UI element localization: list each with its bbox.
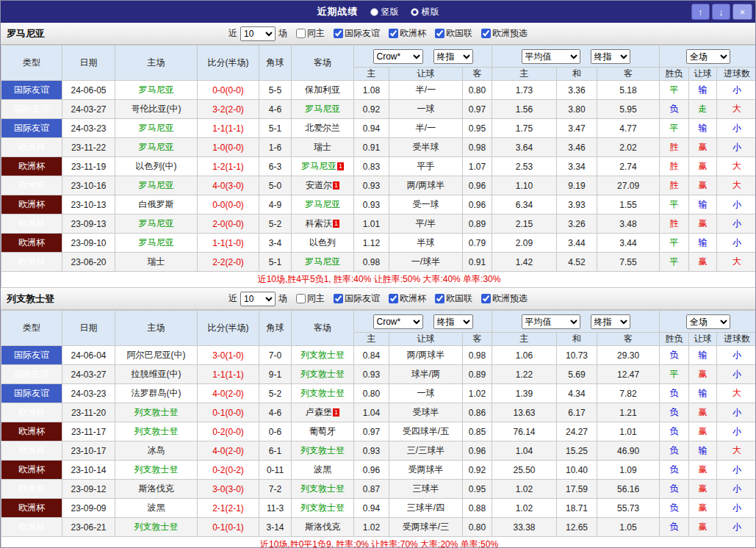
home-team-cell: 瑞士 bbox=[115, 253, 198, 272]
layout-radio-horizontal[interactable]: 横版 bbox=[411, 6, 439, 18]
odds-company-select[interactable]: Crow* bbox=[373, 49, 423, 64]
avg-away-cell: 1.01 bbox=[597, 422, 660, 441]
avg-draw-cell: 3.44 bbox=[557, 234, 597, 253]
league-checkbox[interactable] bbox=[334, 294, 343, 303]
avg-draw-cell: 5.69 bbox=[557, 365, 597, 384]
match-type-cell: 欧洲杯 bbox=[1, 195, 62, 214]
fulltime-select[interactable]: 全场 bbox=[686, 49, 730, 64]
odds-away-cell: 0.97 bbox=[463, 100, 492, 119]
handicap-result-cell: 赢 bbox=[689, 461, 717, 480]
col-odds-home: 主 bbox=[354, 68, 389, 81]
avg-final-odds-select[interactable]: 终指 bbox=[591, 314, 630, 329]
league-filter-qualifier[interactable]: 欧洲预选 bbox=[481, 27, 528, 40]
match-date-cell: 24-03-23 bbox=[62, 119, 115, 138]
league-checkbox[interactable] bbox=[481, 294, 491, 303]
col-handicap-result: 让球 bbox=[689, 68, 717, 81]
fulltime-select[interactable]: 全场 bbox=[686, 314, 730, 329]
handicap-cell: 受两球半 bbox=[389, 461, 463, 480]
league-filter-eurocup[interactable]: 欧洲杯 bbox=[389, 292, 426, 305]
radio-icon[interactable] bbox=[370, 8, 378, 16]
corner-cell: 1-6 bbox=[259, 138, 292, 157]
league-checkbox[interactable] bbox=[481, 29, 491, 38]
col-handicap: 让球 bbox=[389, 333, 463, 346]
match-row: 国际友谊24-06-04阿尔巴尼亚(中)3-0(1-0)7-0列支敦士登0.84… bbox=[1, 346, 756, 365]
away-team-cell: 列支敦士登 bbox=[292, 365, 354, 384]
col-result: 胜负 bbox=[660, 333, 689, 346]
avg-home-cell: 1.42 bbox=[492, 253, 557, 272]
close-button[interactable]: × bbox=[732, 4, 752, 20]
odds-home-cell: 1.08 bbox=[354, 81, 389, 100]
league-label: 欧洲预选 bbox=[492, 292, 528, 305]
handicap-result-cell: 赢 bbox=[689, 214, 717, 234]
avg-home-cell: 2.09 bbox=[492, 234, 557, 253]
scroll-down-button[interactable]: ↓ bbox=[712, 4, 730, 20]
col-avg-away: 客 bbox=[597, 333, 660, 346]
match-row: 欧洲杯23-10-14列支敦士登0-2(0-2)0-11波黑0.96受两球半0.… bbox=[1, 461, 756, 480]
team-name-text: 保加利亚 bbox=[305, 84, 340, 95]
odds-company-select[interactable]: Crow* bbox=[373, 314, 423, 329]
same-home-toggle[interactable]: 同主 bbox=[296, 292, 325, 305]
scroll-up-button[interactable]: ↑ bbox=[691, 4, 710, 20]
col-goals: 进球数 bbox=[717, 333, 756, 346]
league-filter-nations[interactable]: 欧国联 bbox=[435, 27, 472, 40]
match-date-cell: 24-03-23 bbox=[62, 384, 115, 403]
corner-cell: 5-1 bbox=[259, 119, 292, 138]
league-filter-friendly[interactable]: 国际友谊 bbox=[334, 27, 380, 40]
handicap-result-cell: 赢 bbox=[689, 480, 717, 499]
league-filter-qualifier[interactable]: 欧洲预选 bbox=[481, 292, 528, 305]
average-select[interactable]: 平均值 bbox=[522, 314, 580, 329]
avg-final-odds-select[interactable]: 终指 bbox=[591, 49, 630, 64]
avg-home-cell: 1.75 bbox=[492, 119, 557, 138]
league-filter-eurocup[interactable]: 欧洲杯 bbox=[389, 27, 426, 40]
home-team-cell: 法罗群岛(中) bbox=[115, 384, 198, 403]
handicap-cell: 三球半 bbox=[389, 480, 463, 499]
up-arrow-icon: ↑ bbox=[698, 7, 703, 18]
avg-home-cell: 6.34 bbox=[492, 195, 557, 214]
goals-result-cell: 小 bbox=[717, 365, 756, 384]
league-checkbox[interactable] bbox=[435, 294, 444, 303]
league-checkbox[interactable] bbox=[389, 29, 398, 38]
avg-away-cell: 29.30 bbox=[597, 346, 660, 365]
odds-away-cell: 0.96 bbox=[463, 441, 492, 461]
score-cell: 1-1(1-1) bbox=[198, 119, 259, 138]
col-away: 客场 bbox=[292, 46, 354, 81]
layout-radio-vertical[interactable]: 竖版 bbox=[370, 6, 399, 18]
match-type-cell: 国际友谊 bbox=[1, 119, 62, 138]
odds-away-cell: 0.95 bbox=[463, 119, 492, 138]
same-home-toggle[interactable]: 同主 bbox=[296, 27, 325, 40]
final-odds-select[interactable]: 终指 bbox=[433, 49, 473, 64]
match-row: 欧洲杯23-11-17列支敦士登0-2(0-0)0-6葡萄牙0.97受四球半/五… bbox=[1, 422, 756, 441]
average-select[interactable]: 平均值 bbox=[522, 49, 580, 64]
league-checkbox[interactable] bbox=[389, 294, 398, 303]
handicap-result-cell: 赢 bbox=[689, 253, 717, 272]
match-type-cell: 欧洲杯 bbox=[1, 403, 62, 422]
recent-results-window: 近期战绩 竖版 横版 ↑ ↓ × 罗马尼亚 近 10 场 同主 国际友谊 bbox=[0, 0, 756, 548]
league-checkbox[interactable] bbox=[334, 29, 343, 38]
score-cell: 3-2(2-0) bbox=[198, 100, 259, 119]
team-name-text: 波黑 bbox=[314, 464, 331, 475]
handicap-result-cell: 赢 bbox=[689, 499, 717, 518]
odds-home-cell: 0.91 bbox=[354, 138, 389, 157]
league-filter-friendly[interactable]: 国际友谊 bbox=[334, 292, 380, 305]
final-odds-select[interactable]: 终指 bbox=[433, 314, 473, 329]
away-team-cell: 北爱尔兰 bbox=[292, 119, 354, 138]
team-name-text: 罗马尼亚 bbox=[301, 161, 336, 171]
match-type-cell: 欧洲杯 bbox=[1, 441, 62, 461]
avg-home-cell: 1.04 bbox=[492, 441, 557, 461]
radio-icon[interactable] bbox=[411, 8, 419, 16]
handicap-result-cell: 赢 bbox=[689, 422, 717, 441]
league-checkbox[interactable] bbox=[435, 29, 444, 38]
result-cell: 胜 bbox=[660, 157, 689, 176]
recent-count-select[interactable]: 10 bbox=[240, 26, 276, 41]
recent-count-select[interactable]: 10 bbox=[240, 292, 276, 306]
avg-home-cell: 33.38 bbox=[492, 518, 557, 537]
filter-bar: 近 10 场 同主 国际友谊 欧洲杯 欧国联 欧洲预选 bbox=[228, 26, 528, 41]
result-cell: 胜 bbox=[660, 176, 689, 195]
odds-home-cell: 0.83 bbox=[354, 157, 389, 176]
avg-home-cell: 13.63 bbox=[492, 403, 557, 422]
result-cell: 平 bbox=[660, 253, 689, 272]
same-home-checkbox[interactable] bbox=[296, 294, 306, 303]
same-home-checkbox[interactable] bbox=[296, 29, 306, 38]
league-label: 欧国联 bbox=[446, 27, 472, 40]
league-filter-nations[interactable]: 欧国联 bbox=[435, 292, 472, 305]
